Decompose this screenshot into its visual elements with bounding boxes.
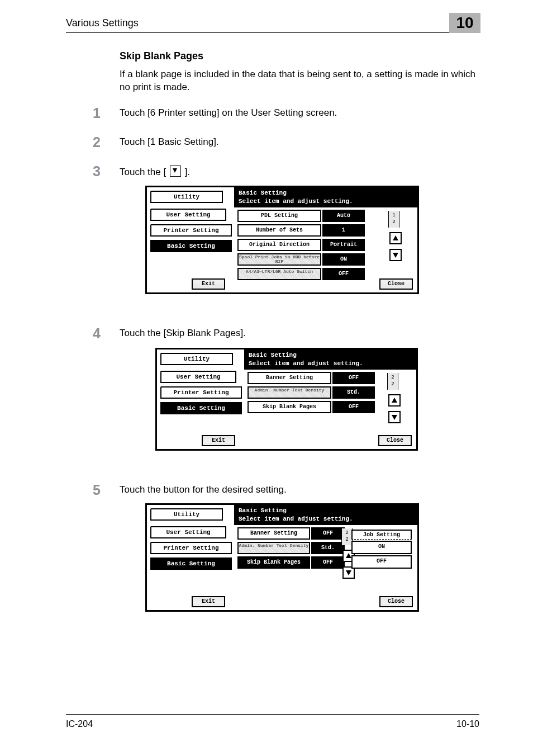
- panel-titlebar: Basic Setting Select item and adjust set…: [234, 187, 417, 207]
- val-admin-density: Std.: [332, 386, 375, 399]
- step-text-1: Touch [6 Printer setting] on the User Se…: [120, 107, 479, 119]
- page-indicator: 2 2: [341, 528, 353, 545]
- step-number-2: 2: [93, 134, 101, 150]
- step-number-3: 3: [93, 163, 101, 179]
- panel-titlebar: Basic Setting Select item and adjust set…: [244, 349, 416, 370]
- chapter-number-box: 10: [449, 13, 480, 33]
- step-text-5: Touch the button for the desired setting…: [120, 484, 479, 495]
- row-admin-density[interactable]: Admin. Number Text Density: [237, 542, 310, 554]
- screenshot-1: Utility User Setting Printer Setting Bas…: [145, 186, 419, 294]
- page-indicator: 2 2: [387, 373, 398, 390]
- crumb-user-setting[interactable]: User Setting: [150, 209, 226, 221]
- val-banner-setting: OFF: [332, 372, 375, 384]
- crumb-user-setting[interactable]: User Setting: [160, 371, 236, 383]
- exit-button[interactable]: Exit: [192, 278, 225, 290]
- intro-paragraph: If a blank page is included in the data …: [120, 68, 479, 94]
- titlebar-line2: Select item and adjust setting.: [239, 198, 353, 205]
- scroll-down-button[interactable]: [388, 411, 401, 423]
- row-admin-density[interactable]: Admin. Number Text Density: [248, 386, 331, 399]
- job-setting-title: Job Setting: [351, 530, 412, 540]
- close-button[interactable]: Close: [379, 596, 413, 607]
- crumb-basic-setting[interactable]: Basic Setting: [150, 557, 232, 570]
- page-footer: IC-204 10-10: [66, 714, 479, 730]
- crumb-printer-setting[interactable]: Printer Setting: [160, 386, 242, 399]
- crumb-utility[interactable]: Utility: [150, 508, 223, 521]
- titlebar-line1: Basic Setting: [249, 352, 297, 358]
- exit-button[interactable]: Exit: [192, 596, 225, 607]
- exit-button[interactable]: Exit: [202, 435, 235, 446]
- row-pdl-setting[interactable]: PDL Setting: [237, 210, 321, 222]
- titlebar-line1: Basic Setting: [239, 507, 287, 514]
- step3-before: Touch the [: [120, 167, 166, 177]
- val-skip-blank-pages: OFF: [332, 401, 375, 413]
- val-banner-setting: OFF: [311, 527, 345, 540]
- row-banner-setting[interactable]: Banner Setting: [237, 527, 310, 540]
- header-section-title: Various Settings: [66, 17, 139, 29]
- step-number-4: 4: [93, 325, 101, 342]
- job-setting-panel: Job Setting ON OFF: [351, 530, 412, 569]
- step-text-4: Touch the [Skip Blank Pages].: [120, 328, 479, 339]
- val-skip-blank-pages: OFF: [311, 556, 345, 569]
- crumb-basic-setting[interactable]: Basic Setting: [160, 402, 242, 414]
- panel-titlebar: Basic Setting Select item and adjust set…: [234, 505, 417, 525]
- row-a4-auto-switch[interactable]: A4/A3↔LTR/LGR Auto Switch: [237, 268, 321, 280]
- crumb-printer-setting[interactable]: Printer Setting: [150, 224, 232, 237]
- section-heading: Skip Blank Pages: [120, 50, 203, 62]
- page-indicator: 1 2: [388, 211, 399, 228]
- row-skip-blank-pages[interactable]: Skip Blank Pages: [248, 401, 331, 413]
- page-header: Various Settings 10: [66, 12, 479, 33]
- close-button[interactable]: Close: [378, 435, 412, 446]
- row-spool-print-jobs[interactable]: Spool Print Jobs in HDD before RIP: [237, 253, 321, 266]
- scroll-down-button[interactable]: [389, 249, 402, 261]
- step-text-3: Touch the [ ].: [120, 166, 479, 178]
- crumb-printer-setting[interactable]: Printer Setting: [150, 542, 232, 554]
- down-arrow-icon: [170, 166, 181, 177]
- crumb-basic-setting[interactable]: Basic Setting: [150, 240, 232, 252]
- footer-page-number: 10-10: [456, 719, 479, 729]
- val-original-direction: Portrait: [322, 239, 365, 251]
- row-banner-setting[interactable]: Banner Setting: [248, 372, 331, 384]
- screenshot-2: Utility User Setting Printer Setting Bas…: [155, 348, 418, 451]
- step3-after: ].: [185, 167, 190, 177]
- scroll-up-button[interactable]: [389, 232, 402, 244]
- step-number-1: 1: [93, 105, 101, 121]
- val-pdl-setting: Auto: [322, 210, 365, 222]
- option-off[interactable]: OFF: [351, 555, 412, 569]
- option-on[interactable]: ON: [351, 541, 412, 554]
- val-a4-auto-switch: OFF: [322, 268, 365, 280]
- row-number-of-sets[interactable]: Number of Sets: [237, 224, 321, 237]
- titlebar-line2: Select item and adjust setting.: [249, 360, 363, 367]
- row-skip-blank-pages-selected[interactable]: Skip Blank Pages: [237, 556, 310, 569]
- crumb-utility[interactable]: Utility: [160, 353, 233, 365]
- titlebar-line2: Select item and adjust setting.: [239, 516, 353, 522]
- screenshot-3: Utility User Setting Printer Setting Bas…: [145, 503, 419, 612]
- close-button[interactable]: Close: [379, 278, 413, 290]
- val-admin-density: Std.: [311, 542, 345, 554]
- row-original-direction[interactable]: Original Direction: [237, 239, 321, 251]
- val-number-of-sets: 1: [322, 224, 365, 237]
- titlebar-line1: Basic Setting: [239, 190, 287, 196]
- crumb-user-setting[interactable]: User Setting: [150, 526, 226, 538]
- step-text-2: Touch [1 Basic Setting].: [120, 136, 479, 148]
- step-number-5: 5: [93, 482, 101, 498]
- val-spool-print-jobs: ON: [322, 253, 365, 266]
- footer-model: IC-204: [66, 719, 93, 729]
- scroll-up-button[interactable]: [388, 394, 401, 407]
- crumb-utility[interactable]: Utility: [150, 191, 223, 203]
